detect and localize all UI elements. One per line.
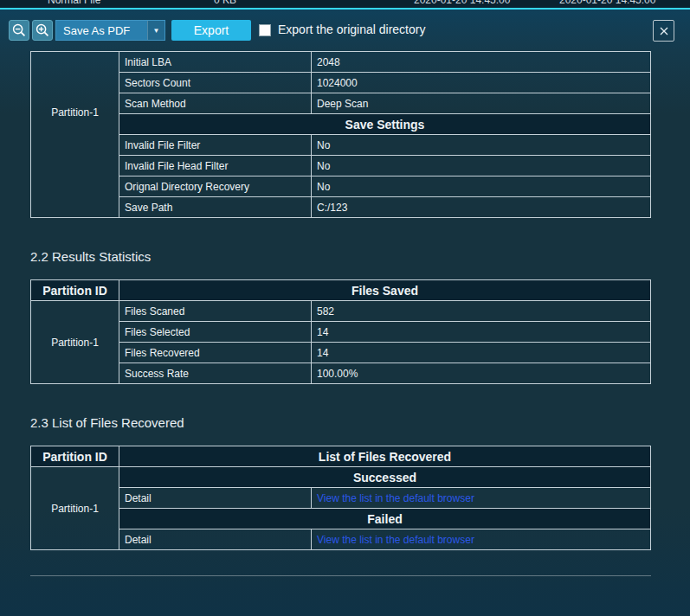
row-label: Invalid File Filter bbox=[119, 135, 312, 156]
close-button[interactable] bbox=[653, 20, 674, 42]
report-content: Partition-1 Initial LBA 2048 Sectors Cou… bbox=[30, 51, 651, 576]
table-row: Partition-1 Files Scaned 582 bbox=[31, 301, 651, 322]
background-file-size: 0 KB bbox=[214, 0, 236, 6]
row-label: Files Recovered bbox=[119, 343, 312, 363]
export-button[interactable]: Export bbox=[171, 20, 251, 41]
files-recovered-table: Partition ID List of Files Recovered Par… bbox=[30, 446, 651, 550]
chevron-down-icon: ▼ bbox=[147, 21, 164, 40]
row-label: Files Selected bbox=[119, 322, 312, 343]
row-value: View the list in the default browser bbox=[312, 488, 651, 509]
table-row: Partition-1 Initial LBA 2048 bbox=[31, 52, 651, 73]
successed-header: Successed bbox=[119, 467, 651, 488]
report-divider bbox=[30, 575, 651, 576]
toolbar: Save As PDF ▼ Export Export the original… bbox=[0, 10, 690, 51]
table-row: Files Recovered 14 bbox=[31, 343, 651, 363]
table-row: Orignal Directory Recovery No bbox=[31, 176, 651, 197]
row-value: Deep Scan bbox=[312, 93, 651, 114]
row-value: 1024000 bbox=[312, 73, 651, 93]
table-row: Partition-1 Successed bbox=[31, 467, 651, 488]
row-value: 582 bbox=[312, 301, 651, 322]
row-label: Success Rate bbox=[119, 363, 312, 384]
table-header-row: Partition ID Files Saved bbox=[31, 280, 651, 301]
zoom-in-icon bbox=[33, 21, 52, 40]
scan-settings-table: Partition-1 Initial LBA 2048 Sectors Cou… bbox=[30, 51, 651, 218]
table-header-row: Partition ID List of Files Recovered bbox=[31, 446, 651, 467]
row-label: Orignal Directory Recovery bbox=[119, 176, 312, 197]
row-value: C:/123 bbox=[312, 197, 651, 218]
table-row: Files Selected 14 bbox=[31, 322, 651, 343]
row-label: Scan Method bbox=[119, 93, 312, 114]
row-value: View the list in the default browser bbox=[312, 529, 651, 550]
row-label: Invalid File Head Filter bbox=[119, 156, 312, 176]
partition-id-header: Partition ID bbox=[31, 280, 119, 301]
close-icon bbox=[657, 24, 671, 38]
section-heading-files: 2.3 List of Files Recovered bbox=[30, 415, 651, 430]
partition-id-cell: Partition-1 bbox=[31, 467, 119, 550]
background-file-time-created: 2020-01-20 14:45:00 bbox=[414, 0, 510, 6]
table-row: Success Rate 100.00% bbox=[31, 363, 651, 384]
row-value: 2048 bbox=[312, 52, 651, 73]
row-value: No bbox=[312, 135, 651, 156]
zoom-out-button[interactable] bbox=[9, 20, 29, 41]
save-format-dropdown[interactable]: Save As PDF ▼ bbox=[55, 20, 165, 41]
save-settings-header: Save Settings bbox=[119, 114, 651, 135]
row-label: Save Path bbox=[119, 197, 312, 218]
zoom-out-icon bbox=[10, 21, 29, 40]
row-label: Detail bbox=[119, 488, 312, 509]
table-row: Invalid File Head Filter No bbox=[31, 156, 651, 176]
table-row: Scan Method Deep Scan bbox=[31, 93, 651, 114]
table-row: Failed bbox=[31, 509, 651, 529]
failed-header: Failed bbox=[119, 509, 651, 529]
table-row: Save Path C:/123 bbox=[31, 197, 651, 218]
partition-id-header: Partition ID bbox=[31, 446, 119, 467]
partition-id-cell: Partition-1 bbox=[31, 52, 119, 218]
export-report-dialog: Save As PDF ▼ Export Export the original… bbox=[0, 8, 690, 616]
results-statistics-table: Partition ID Files Saved Partition-1 Fil… bbox=[30, 279, 651, 384]
save-format-value: Save As PDF bbox=[56, 24, 147, 37]
table-row: Invalid File Filter No bbox=[31, 135, 651, 156]
view-failed-list-link[interactable]: View the list in the default browser bbox=[317, 534, 474, 546]
zoom-in-button[interactable] bbox=[32, 20, 53, 41]
row-value: 14 bbox=[312, 322, 651, 343]
list-files-header: List of Files Recovered bbox=[119, 446, 651, 467]
row-label: Detail bbox=[119, 529, 312, 550]
row-label: Sectors Count bbox=[119, 73, 312, 93]
row-label: Initial LBA bbox=[119, 52, 312, 73]
row-value: No bbox=[312, 176, 651, 197]
background-file-time-modified: 2020-01-20 14:45:00 bbox=[559, 0, 655, 6]
export-original-directory-checkbox[interactable] bbox=[259, 24, 271, 36]
row-value: 14 bbox=[312, 343, 651, 363]
background-file-row: Normal File 0 KB 2020-01-20 14:45:00 202… bbox=[0, 0, 690, 8]
table-row: Detail View the list in the default brow… bbox=[31, 529, 651, 550]
row-value: No bbox=[312, 156, 651, 176]
table-row: Save Settings bbox=[31, 114, 651, 135]
view-successed-list-link[interactable]: View the list in the default browser bbox=[317, 492, 474, 504]
background-file-type: Normal File bbox=[48, 0, 100, 6]
files-saved-header: Files Saved bbox=[119, 280, 651, 301]
partition-id-cell: Partition-1 bbox=[31, 301, 119, 384]
table-row: Sectors Count 1024000 bbox=[31, 73, 651, 93]
section-heading-results: 2.2 Results Statistics bbox=[30, 249, 651, 264]
row-value: 100.00% bbox=[312, 363, 651, 384]
row-label: Files Scaned bbox=[119, 301, 312, 322]
export-original-directory-label: Export the original directory bbox=[278, 22, 425, 36]
table-row: Detail View the list in the default brow… bbox=[31, 488, 651, 509]
